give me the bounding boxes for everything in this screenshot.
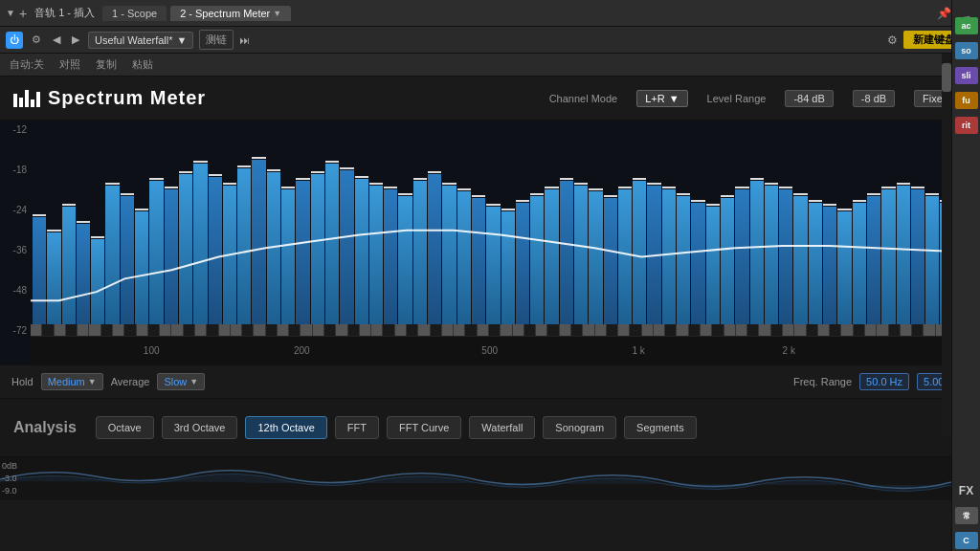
piano-key — [924, 324, 935, 336]
nav-forward-icon[interactable]: ▶ — [69, 33, 82, 47]
level-min-button[interactable]: -84 dB — [785, 90, 833, 107]
bar-group — [706, 121, 720, 336]
tab-spectrum-meter[interactable]: 2 - Spectrum Meter ▼ — [170, 6, 291, 21]
piano-key — [336, 324, 347, 336]
scrollbar-thumb[interactable] — [942, 63, 951, 92]
spectrum-bar — [735, 189, 748, 336]
top-bar: ▼ + 音轨 1 - 插入 1 - Scope 2 - Spectrum Met… — [0, 0, 970, 27]
analysis-btn-octave[interactable]: Octave — [96, 416, 154, 439]
nav-back-icon[interactable]: ◀ — [50, 33, 63, 47]
copy-button[interactable]: 复制 — [96, 57, 117, 72]
spectrum-bar — [179, 174, 192, 336]
spectrum-bar — [77, 224, 90, 336]
piano-key — [618, 324, 630, 336]
channel-mode-button[interactable]: L+R ▼ — [636, 90, 687, 107]
sidebar-color-blue1[interactable]: so — [955, 42, 978, 59]
spectrum-bar — [706, 207, 720, 336]
paste-button[interactable]: 粘贴 — [132, 57, 153, 72]
bar-group — [721, 121, 734, 336]
bar-group — [267, 121, 280, 336]
y-label-18: -18 — [0, 165, 31, 175]
piano-key — [407, 324, 418, 336]
contrast-button[interactable]: 对照 — [59, 57, 80, 72]
scrollbar-track — [942, 54, 951, 436]
level-max-button[interactable]: -8 dB — [853, 90, 895, 107]
freq-min-value[interactable]: 50.0 Hz — [859, 373, 909, 390]
preset-dropdown[interactable]: Useful Waterfall* ▼ — [88, 32, 193, 49]
power-button[interactable]: ⏻ — [6, 32, 23, 49]
spectrum-bar — [501, 211, 515, 337]
piano-key — [431, 324, 442, 336]
plugin-logo: Spectrum Meter — [13, 85, 206, 112]
auto-off-label[interactable]: 自动:关 — [10, 57, 44, 72]
link-button[interactable]: 测链 — [199, 30, 234, 50]
average-dropdown[interactable]: Slow ▼ — [157, 373, 205, 390]
preset-arrow-icon: ▼ — [177, 34, 188, 46]
analysis-btn-3rd-octave[interactable]: 3rd Octave — [162, 416, 238, 439]
analysis-label: Analysis — [13, 419, 77, 436]
bar-group — [209, 121, 222, 336]
sidebar-color-purple[interactable]: sli — [955, 67, 978, 84]
bar-group — [121, 121, 134, 336]
spectrum-bar — [296, 181, 309, 336]
gear-icon[interactable]: ⚙ — [887, 33, 898, 47]
chain-icon[interactable]: ⏭ — [239, 34, 250, 46]
y-label-48: -48 — [0, 285, 31, 296]
piano-key — [830, 324, 841, 336]
analysis-btn-fft[interactable]: FFT — [335, 416, 379, 439]
spectrum-bar — [691, 203, 704, 337]
analysis-buttons: Octave3rd Octave12th OctaveFFTFFT CurveW… — [96, 416, 697, 439]
sidebar-color-red[interactable]: rit — [955, 117, 978, 134]
sidebar-color-orange[interactable]: fu — [955, 92, 978, 109]
spectrum-bar — [135, 211, 148, 337]
piano-key — [465, 324, 477, 336]
plugin-header: Spectrum Meter Channel Mode L+R ▼ Level … — [0, 77, 970, 121]
bar-group — [149, 121, 163, 336]
bar-group — [384, 121, 397, 336]
bar-group — [897, 121, 910, 336]
add-tab-button[interactable]: + — [19, 6, 27, 21]
piano-key — [654, 324, 665, 336]
piano-key — [901, 324, 912, 336]
piano-key — [348, 324, 360, 336]
bar-group — [750, 121, 764, 336]
hold-arrow-icon: ▼ — [88, 377, 97, 386]
spectrum-display[interactable]: -12 -18 -24 -36 -48 -72 100 — [0, 121, 970, 364]
bar-group — [530, 121, 544, 336]
spectrum-bar — [311, 174, 324, 336]
analysis-btn-12th-octave[interactable]: 12th Octave — [245, 416, 326, 439]
bar-group — [311, 121, 324, 336]
piano-key — [442, 324, 454, 336]
settings-icon[interactable]: ⚙ — [29, 33, 44, 47]
piano-key — [677, 324, 688, 336]
spectrum-bar — [223, 186, 236, 337]
piano-key — [536, 324, 547, 336]
analysis-btn-waterfall[interactable]: Waterfall — [469, 416, 535, 439]
piano-key — [301, 324, 312, 336]
freq-range-label: Freq. Range — [793, 376, 852, 387]
arrow-icon[interactable]: ▼ — [6, 8, 15, 18]
spectrum-bar — [355, 179, 368, 336]
spectrum-bar — [589, 191, 602, 336]
bar-group — [691, 121, 704, 336]
pin-icon[interactable]: 📌 — [937, 7, 951, 20]
bar-group — [647, 121, 660, 336]
spectrum-bar — [793, 196, 807, 336]
analysis-btn-sonogram[interactable]: Sonogram — [543, 416, 616, 439]
bar-group — [837, 121, 851, 336]
piano-key — [148, 324, 160, 336]
spectrum-bar — [428, 174, 441, 336]
sidebar-color-blue2[interactable]: C — [955, 532, 978, 549]
piano-key — [278, 324, 289, 336]
sidebar-color-gray[interactable]: 常 — [955, 507, 978, 524]
tab-scope[interactable]: 1 - Scope — [102, 6, 167, 21]
piano-key — [489, 324, 501, 336]
piano-key — [137, 324, 148, 336]
sidebar-color-green[interactable]: ac — [955, 17, 978, 34]
hold-dropdown[interactable]: Medium ▼ — [41, 373, 103, 390]
controls-bar: Hold Medium ▼ Average Slow ▼ Freq. Range… — [0, 364, 970, 399]
analysis-btn-fft-curve[interactable]: FFT Curve — [387, 416, 461, 439]
channel-mode-label: Channel Mode — [549, 93, 618, 104]
piano-key — [724, 324, 736, 336]
analysis-btn-segments[interactable]: Segments — [624, 416, 697, 439]
